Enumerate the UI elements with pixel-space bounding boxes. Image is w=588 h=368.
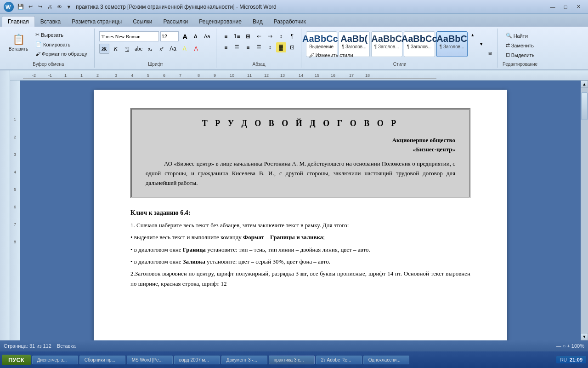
tab-view[interactable]: Вид: [247, 17, 268, 27]
font-grow-btn[interactable]: A: [180, 31, 190, 41]
style-heading2[interactable]: AaBbC ¶ Заголов...: [371, 31, 402, 57]
bullets-btn[interactable]: ≡: [221, 31, 231, 41]
taskbar-btn-3[interactable]: ворд 2007 м...: [174, 356, 220, 364]
tab-home[interactable]: Главная: [2, 16, 35, 27]
svg-text:16: 16: [331, 73, 335, 78]
print-quick-btn[interactable]: 🖨: [45, 3, 54, 11]
italic-btn[interactable]: К: [111, 44, 121, 54]
decrease-indent-btn[interactable]: ⇐: [254, 31, 264, 41]
painter-icon: 🖌: [35, 51, 40, 57]
scroll-down-btn[interactable]: ▼: [581, 333, 588, 340]
shading-btn[interactable]: ▓: [276, 42, 286, 52]
svg-text:14: 14: [299, 73, 303, 78]
paragraph-label: Абзац: [253, 62, 266, 67]
minimize-btn[interactable]: —: [547, 2, 559, 12]
taskbar-btn-4[interactable]: Документ 3 -...: [221, 356, 267, 364]
underline-btn[interactable]: Ч: [122, 44, 132, 54]
scroll-thumb[interactable]: [581, 92, 588, 120]
style-heading4[interactable]: AaBbC ¶ Заголов...: [436, 31, 468, 57]
superscript-btn[interactable]: x²: [157, 44, 167, 54]
show-marks-btn[interactable]: ¶: [287, 31, 297, 41]
change-styles-btn[interactable]: 🖊 Изменить стили: [306, 51, 356, 59]
font-color-btn[interactable]: А: [191, 44, 201, 54]
align-right-btn[interactable]: ≡: [243, 42, 253, 52]
line-spacing-btn[interactable]: ↕: [265, 42, 275, 52]
undo-quick-btn[interactable]: ↩: [26, 3, 34, 11]
tab-insert[interactable]: Вставка: [35, 17, 67, 27]
font-name-input[interactable]: [99, 31, 159, 41]
scroll-track[interactable]: [581, 88, 588, 333]
replace-btn[interactable]: ⇄ Заменить: [503, 41, 538, 50]
svg-text:15: 15: [315, 73, 319, 78]
multilevel-btn[interactable]: ⊞: [243, 31, 253, 41]
font-shrink-btn[interactable]: A: [191, 31, 201, 41]
taskbar-btn-1[interactable]: Сборники пр...: [79, 356, 125, 364]
select-btn[interactable]: ⊡ Выделить: [503, 51, 538, 59]
styles-more[interactable]: ⊞: [486, 50, 494, 57]
key-item-2: • в диалоговом окне Граница установите: …: [130, 245, 470, 255]
save-quick-btn[interactable]: 💾: [17, 3, 25, 11]
taskbar-btn-7[interactable]: Одноклассни...: [363, 356, 409, 364]
ribbon: Главная Вставка Разметка страницы Ссылки…: [0, 14, 588, 70]
maximize-btn[interactable]: □: [560, 2, 571, 12]
paste-button[interactable]: 📋 Вставить: [6, 29, 30, 55]
taskbar: ПУСК Диспетчер з... Сборники пр... MS Wo…: [0, 351, 588, 368]
borders-btn[interactable]: ⊡: [287, 42, 297, 52]
highlight-color-btn[interactable]: А: [180, 44, 190, 54]
svg-text:13: 13: [280, 73, 285, 78]
status-right: — ○ + 100%: [556, 343, 584, 349]
align-center-btn[interactable]: ☰: [232, 42, 242, 52]
svg-text:8: 8: [198, 73, 200, 78]
copy-button[interactable]: 📄 Копировать: [32, 40, 90, 49]
find-btn[interactable]: 🔍 Найти: [503, 31, 538, 40]
zoom-controls[interactable]: — ○ + 100%: [556, 343, 584, 349]
key-item-0: 1. Сначала наберите весь текст без абзац…: [130, 220, 470, 230]
title-bar: W 💾 ↩ ↪ 🖨 👁 ▼ практика 3 семестр [Режим …: [0, 0, 588, 14]
tray-language[interactable]: RU: [560, 357, 566, 362]
align-left-btn[interactable]: ≡: [221, 42, 231, 52]
taskbar-btn-5[interactable]: практика 3 с...: [269, 356, 315, 364]
justify-btn[interactable]: ☰: [254, 42, 264, 52]
vertical-scrollbar[interactable]: ▲ ▼: [581, 80, 588, 340]
svg-text:17: 17: [349, 73, 354, 78]
tab-page-layout[interactable]: Разметка страницы: [66, 17, 127, 27]
subscript-btn[interactable]: x₂: [145, 44, 155, 54]
styles-icon: 🖊: [309, 52, 314, 58]
scroll-up-btn[interactable]: ▲: [581, 80, 588, 88]
strikethrough-btn[interactable]: abc: [134, 44, 144, 54]
svg-text:W: W: [6, 4, 11, 10]
qa-more-btn[interactable]: ▼: [65, 3, 73, 11]
svg-text:10: 10: [230, 73, 234, 78]
taskbar-btn-0[interactable]: Диспетчер з...: [32, 356, 78, 364]
tab-mailings[interactable]: Рассылки: [158, 17, 193, 27]
clear-format-btn[interactable]: Aa: [202, 31, 212, 41]
close-btn[interactable]: ✕: [572, 2, 584, 12]
document-scroll[interactable]: Т Р У Д О В О Й Д О Г О В О Р Акционерно…: [20, 80, 581, 340]
font-label: Шрифт: [148, 62, 163, 67]
styles-scroll-down[interactable]: ▼: [478, 40, 485, 48]
case-btn[interactable]: Аа: [168, 44, 178, 54]
insert-mode[interactable]: Вставка: [57, 343, 76, 349]
increase-indent-btn[interactable]: ⇒: [265, 31, 275, 41]
tab-references[interactable]: Ссылки: [127, 17, 158, 27]
taskbar-btn-2[interactable]: MS Word [Ре...: [127, 356, 173, 364]
title-text: практика 3 семестр [Режим ограниченной ф…: [76, 4, 277, 10]
redo-quick-btn[interactable]: ↪: [36, 3, 44, 11]
tab-review[interactable]: Рецензирование: [193, 17, 247, 27]
start-button[interactable]: ПУСК: [2, 355, 31, 365]
cut-button[interactable]: ✂ Вырезать: [32, 30, 90, 39]
preview-quick-btn[interactable]: 👁: [55, 3, 63, 11]
style-heading3[interactable]: AaBbCc ¶ Заголов...: [404, 31, 435, 57]
tab-developer[interactable]: Разработчик: [268, 17, 311, 27]
bold-btn[interactable]: Ж: [99, 44, 109, 54]
numbering-btn[interactable]: 1≡: [232, 31, 242, 41]
ribbon-tabs: Главная Вставка Разметка страницы Ссылки…: [0, 14, 588, 27]
system-tray: RU 21:09: [556, 356, 586, 363]
sort-btn[interactable]: ↕: [276, 31, 286, 41]
styles-scroll-up[interactable]: ▲: [469, 31, 476, 39]
key-item-4: 2.Заголовок выровнен по центру, шрифт по…: [130, 269, 470, 289]
taskbar-btn-6[interactable]: 2↓ Adobe Re...: [316, 356, 362, 364]
font-size-input[interactable]: [160, 31, 179, 41]
vertical-ruler: 1 2 3 4 5 6 7 8: [10, 80, 20, 340]
format-painter-button[interactable]: 🖌 Формат по образцу: [32, 50, 90, 58]
